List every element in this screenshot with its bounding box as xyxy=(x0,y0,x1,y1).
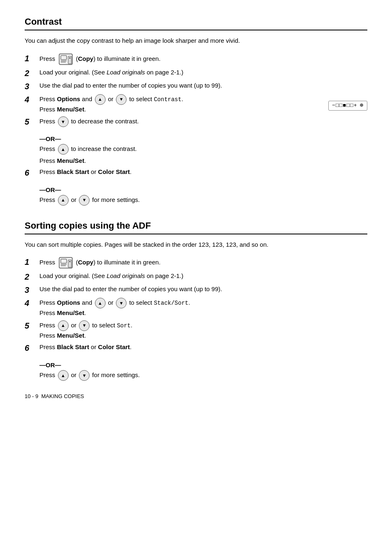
color-start: Color Start xyxy=(98,168,130,175)
down-icon-5: ▼ xyxy=(58,116,69,127)
s2-up-4: ▲ xyxy=(95,298,106,308)
step-5: 5 Press ▼ to decrease the contrast. xyxy=(25,116,367,127)
or-block-6: —OR— xyxy=(39,186,367,193)
s2-step-1-content: Press (Copy) to illuminate it in green. xyxy=(39,257,367,269)
step-3: 3 Use the dial pad to enter the number o… xyxy=(25,81,367,92)
s2-down-4: ▼ xyxy=(116,298,127,308)
svg-point-5 xyxy=(69,57,70,58)
menuset-label-4: Menu/Set xyxy=(57,106,85,113)
s2-step-3-content: Use the dial pad to enter the number of … xyxy=(39,285,367,294)
step-6-num: 6 xyxy=(25,167,38,178)
section2-intro: You can sort multiple copies. Pages will… xyxy=(25,240,367,250)
s2-step-2: 2 Load your original. (See Load original… xyxy=(25,271,367,282)
section1-steps-6: 6 Press Black Start or Color Start. xyxy=(25,167,367,178)
section2-steps: 1 Press (Copy) to illuminate it in green… xyxy=(25,257,367,353)
section1-intro: You can adjust the copy contrast to help… xyxy=(25,36,367,46)
s2-step-1: 1 Press (Copy) to illuminate it in green… xyxy=(25,257,367,269)
s2-options: Options xyxy=(57,299,81,306)
s2-step-5: 5 Press ▲ or ▼ to select Sort. Press Men… xyxy=(25,320,367,341)
contrast-text: −□□■□□+ xyxy=(332,102,357,110)
footer-page-label: MAKING COPIES xyxy=(41,393,84,399)
s2-step-6-content: Press Black Start or Color Start. xyxy=(39,343,367,352)
step-1-num: 1 xyxy=(25,53,38,64)
s2-step-4-content: Press Options and ▲ or ▼ to select Stack… xyxy=(39,298,367,318)
s2-step-4-num: 4 xyxy=(25,298,38,308)
s2-step-1-num: 1 xyxy=(25,257,38,267)
s2-down-5: ▼ xyxy=(79,320,90,331)
s2-black-start: Black Start xyxy=(57,343,89,350)
copy-icon xyxy=(58,53,73,65)
s2-color-start: Color Start xyxy=(98,343,130,350)
step-2-content: Load your original. (See Load originals … xyxy=(39,68,367,77)
step-2: 2 Load your original. (See Load original… xyxy=(25,68,367,79)
s2-step-5-content: Press ▲ or ▼ to select Sort. Press Menu/… xyxy=(39,320,367,341)
s2-up-5: ▲ xyxy=(58,320,69,331)
up-icon-5or: ▲ xyxy=(58,144,69,155)
s2-copy-label: Copy xyxy=(78,259,94,266)
s2-step-6: 6 Press Black Start or Color Start. xyxy=(25,343,367,353)
or-sub-6: Press ▲ or ▼ for more settings. xyxy=(39,195,367,206)
step-6: 6 Press Black Start or Color Start. xyxy=(25,167,367,178)
s2-step-3: 3 Use the dial pad to enter the number o… xyxy=(25,285,367,295)
down-arrow-icon: ▼ xyxy=(116,94,127,105)
footer: 10 - 9 MAKING COPIES xyxy=(25,393,367,399)
down-icon-6or: ▼ xyxy=(79,195,90,206)
s2-step-6-num: 6 xyxy=(25,343,38,353)
s2-step-3-num: 3 xyxy=(25,285,38,295)
section1-title: Contrast xyxy=(25,16,367,27)
contrast-arrow: ⊕ xyxy=(360,101,364,110)
section2-divider xyxy=(25,234,367,234)
step-4-num: 4 xyxy=(25,94,38,105)
s2-step-2-content: Load your original. (See Load originals … xyxy=(39,271,367,281)
step-1-content: Press (Copy) to illuminate it in green. xyxy=(39,53,367,65)
step-6-content: Press Black Start or Color Start. xyxy=(39,167,367,177)
contrast-display-box: −□□■□□+ ⊕ xyxy=(324,101,367,111)
step-2-num: 2 xyxy=(25,68,38,79)
s2-step-4: 4 Press Options and ▲ or ▼ to select Sta… xyxy=(25,298,367,318)
black-start: Black Start xyxy=(57,168,89,175)
step-4: 4 Press Options and ▲ or ▼ to select Con… xyxy=(25,94,367,114)
step4-row: Press Options and ▲ or ▼ to select Contr… xyxy=(39,94,367,114)
copy-icon-2 xyxy=(58,257,73,269)
section-contrast: Contrast You can adjust the copy contras… xyxy=(25,16,367,206)
step-3-num: 3 xyxy=(25,81,38,92)
up-icon-6or: ▲ xyxy=(58,195,69,206)
step-5-num: 5 xyxy=(25,116,38,127)
section-sorting: Sorting copies using the ADF You can sor… xyxy=(25,220,367,381)
s2-stacksort-code: Stack/Sort xyxy=(154,300,188,306)
step-4-content: Press Options and ▲ or ▼ to select Contr… xyxy=(39,94,367,114)
s2-up-6or: ▲ xyxy=(58,370,69,381)
s2-step-2-num: 2 xyxy=(25,271,38,282)
contrast-display: −□□■□□+ ⊕ xyxy=(328,101,367,111)
menuset-label-5or: Menu/Set xyxy=(57,157,85,164)
s2-menuset-5: Menu/Set xyxy=(57,332,85,339)
options-label: Options xyxy=(57,95,81,102)
s2-or-block-6: —OR— xyxy=(39,361,367,368)
load-originals-link: Load originals xyxy=(106,69,145,76)
section1-steps: 1 Press (Copy) to illuminate it in green… xyxy=(25,53,367,127)
s2-down-6or: ▼ xyxy=(79,370,90,381)
footer-page-ref: 10 - 9 xyxy=(25,393,38,399)
step4-main: Press Options and ▲ or ▼ to select Contr… xyxy=(39,94,183,114)
s2-sort-code: Sort xyxy=(117,322,131,329)
or-block-5: —OR— xyxy=(39,135,367,142)
up-arrow-icon: ▲ xyxy=(95,94,106,105)
step-1-bold: Copy xyxy=(78,55,94,62)
or-sub-5: Press ▲ to increase the contrast. xyxy=(39,144,367,155)
s2-step-5-num: 5 xyxy=(25,320,38,331)
step-3-content: Use the dial pad to enter the number of … xyxy=(39,81,367,90)
section2-title: Sorting copies using the ADF xyxy=(25,220,367,231)
s2-or-sub-6: Press ▲ or ▼ for more settings. xyxy=(39,370,367,381)
contrast-code: Contrast xyxy=(154,96,181,102)
s2-load-originals: Load originals xyxy=(106,272,145,279)
s2-menuset-4: Menu/Set xyxy=(57,309,85,316)
svg-point-11 xyxy=(69,261,70,262)
step-1: 1 Press (Copy) to illuminate it in green… xyxy=(25,53,367,65)
step-5-content: Press ▼ to decrease the contrast. xyxy=(39,116,367,127)
menuset-5or: Press Menu/Set. xyxy=(39,156,367,166)
section1-divider xyxy=(25,30,367,30)
